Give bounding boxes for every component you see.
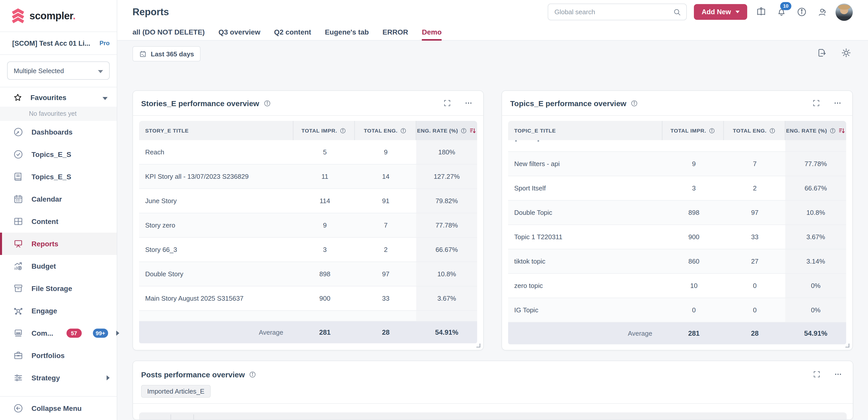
row-value-cell: 3.67% <box>416 287 477 310</box>
row-value-cell: 898 <box>294 270 355 278</box>
row-value-cell: 33 <box>724 233 785 241</box>
resize-handle-icon[interactable] <box>476 343 481 348</box>
column-header[interactable]: TOTAL ENG. <box>723 121 785 140</box>
chevron-right-icon <box>106 373 110 383</box>
sidebar-item-tasks[interactable]: Topics_E_S <box>0 143 117 166</box>
dashboard-icon <box>13 127 23 137</box>
row-title-cell: Story zero <box>139 221 294 229</box>
tab-q2-content[interactable]: Q2 content <box>274 24 311 40</box>
column-header[interactable]: ENG. RATE (%) <box>785 121 846 140</box>
date-range-button[interactable]: Last 365 days <box>132 47 201 62</box>
sidebar-item-label: Content <box>31 217 58 226</box>
sidebar-item-engage[interactable]: Engage <box>0 300 117 322</box>
community-badge-blue: 99+ <box>93 329 108 338</box>
table-row[interactable]: Reach59180% <box>139 140 477 164</box>
table-row[interactable]: tiktok topic860273.14% <box>508 249 846 274</box>
sidebar-item-budget[interactable]: Budget <box>0 255 117 277</box>
more-options-button[interactable] <box>831 96 844 110</box>
more-options-button[interactable] <box>832 368 845 381</box>
sidebar-item-content[interactable]: Content <box>0 210 117 233</box>
imported-articles-chip[interactable]: Imported Articles_E <box>141 385 210 398</box>
star-icon <box>13 93 22 102</box>
logo-text: scompler. <box>29 10 75 22</box>
table-row[interactable]: Sport Itself3266.67% <box>508 176 846 201</box>
column-header-label: TOTAL IMPR. <box>302 127 337 133</box>
collapse-menu-button[interactable]: Collapse Menu <box>0 396 117 420</box>
sidebar-item-label: Topics_E_S <box>31 150 71 158</box>
table-row[interactable]: IG Topic000% <box>508 298 846 323</box>
sidebar-item-favourites[interactable]: Favourites <box>0 88 117 107</box>
tab-q3-overview[interactable]: Q3 overview <box>219 24 260 40</box>
more-options-button[interactable] <box>462 96 475 110</box>
settings-button[interactable] <box>840 47 853 60</box>
budget-icon <box>13 261 23 271</box>
table-row[interactable]: Story 66_33266.67% <box>139 238 477 262</box>
row-title-cell: New filters - api <box>508 160 663 168</box>
ellipsis-icon <box>464 99 472 107</box>
resize-handle-icon[interactable] <box>845 343 850 348</box>
tab-all[interactable]: all (DO NOT DELETE) <box>132 24 205 40</box>
sidebar-item-reports[interactable]: Reports <box>0 233 117 255</box>
expand-button[interactable] <box>810 96 823 110</box>
tab-demo[interactable]: Demo <box>422 24 442 40</box>
topics-performance-card: Topics_E performance overview TOPIC_E TI… <box>501 90 853 351</box>
sidebar-item-file-storage[interactable]: File Storage <box>0 277 117 300</box>
table-row[interactable]: KPI Story all - 13/07/2023 S236829111412… <box>139 164 477 189</box>
row-value-cell: 0% <box>785 298 846 322</box>
academy-button[interactable] <box>754 5 768 19</box>
table-row[interactable]: Double Topic8989710.8% <box>508 201 846 225</box>
table-row[interactable]: Story zero9777.78% <box>139 213 477 238</box>
column-header[interactable]: TOPIC_E TITLE <box>508 121 662 140</box>
sidebar-item-dashboards[interactable]: Dashboards <box>0 121 117 143</box>
sidebar-item-calendar[interactable]: Calendar <box>0 188 117 210</box>
table-average-row: Average2812854.91% <box>139 322 477 343</box>
table-row[interactable]: June Story1149179.82% <box>139 189 477 213</box>
info-icon <box>630 99 638 107</box>
sort-desc-icon[interactable] <box>470 127 476 134</box>
row-value-cell: 0 <box>724 306 785 314</box>
notifications-button[interactable]: 10 <box>775 5 788 19</box>
column-header[interactable]: ENG. RATE (%) <box>416 121 477 140</box>
add-new-button[interactable]: Add New <box>694 4 747 20</box>
column-header-label: ENG. RATE (%) <box>786 127 827 133</box>
column-header[interactable]: TOTAL IMPR. <box>662 121 723 140</box>
export-button[interactable] <box>815 47 828 60</box>
calendar-icon <box>13 194 23 204</box>
tab-eugenes-tab[interactable]: Eugene's tab <box>325 24 369 40</box>
row-value-cell: 27 <box>724 258 785 265</box>
tab-error[interactable]: ERROR <box>382 24 408 40</box>
add-new-label: Add New <box>702 8 731 16</box>
sidebar-item-topics[interactable]: Topics_E_S <box>0 166 117 188</box>
avatar[interactable] <box>836 3 853 21</box>
sidebar-item-community[interactable]: Com... 57 99+ <box>0 322 117 344</box>
topics-icon <box>13 172 23 182</box>
sidebar-item-label: Budget <box>31 262 56 270</box>
expand-button[interactable] <box>810 368 823 381</box>
table-row[interactable]: New filters - api9777.78% <box>508 152 846 176</box>
tasks-icon <box>13 149 23 159</box>
info-button[interactable] <box>795 5 808 19</box>
sidebar-item-strategy[interactable]: Strategy <box>0 367 117 389</box>
column-header[interactable]: TOTAL ENG. <box>354 121 416 140</box>
sort-desc-icon[interactable] <box>839 127 845 134</box>
table-row[interactable]: zero topic1000% <box>508 274 846 298</box>
column-header[interactable]: STORY_E TITLE <box>139 121 293 140</box>
account-row[interactable]: [SCOM] Test Acc 01 Li... Pro <box>0 32 117 55</box>
info-icon <box>796 7 807 17</box>
column-header[interactable]: TOTAL IMPR. <box>293 121 354 140</box>
table-row[interactable]: Double Story8989710.8% <box>139 262 477 287</box>
support-button[interactable] <box>815 5 828 19</box>
sidebar-item-portfolios[interactable]: Portfolios <box>0 344 117 367</box>
scompler-logo-icon <box>11 8 25 24</box>
table-row[interactable]: Topic 1 T220311900333.67% <box>508 225 846 249</box>
search-input[interactable] <box>553 8 673 16</box>
column-header-label: TOTAL IMPR. <box>671 127 706 133</box>
table-row[interactable]: Main Story August 2025 S315637900333.67% <box>139 287 477 311</box>
logo[interactable]: scompler. <box>0 0 117 32</box>
chevron-down-icon <box>736 11 740 13</box>
row-value-cell: 77.78% <box>416 213 477 237</box>
table-header-row: STORY_E TITLETOTAL IMPR.TOTAL ENG.ENG. R… <box>139 121 477 140</box>
workspace-selector[interactable]: Multiple Selected <box>7 61 110 80</box>
sidebar-item-label: Engage <box>31 307 57 315</box>
expand-button[interactable] <box>441 96 454 110</box>
